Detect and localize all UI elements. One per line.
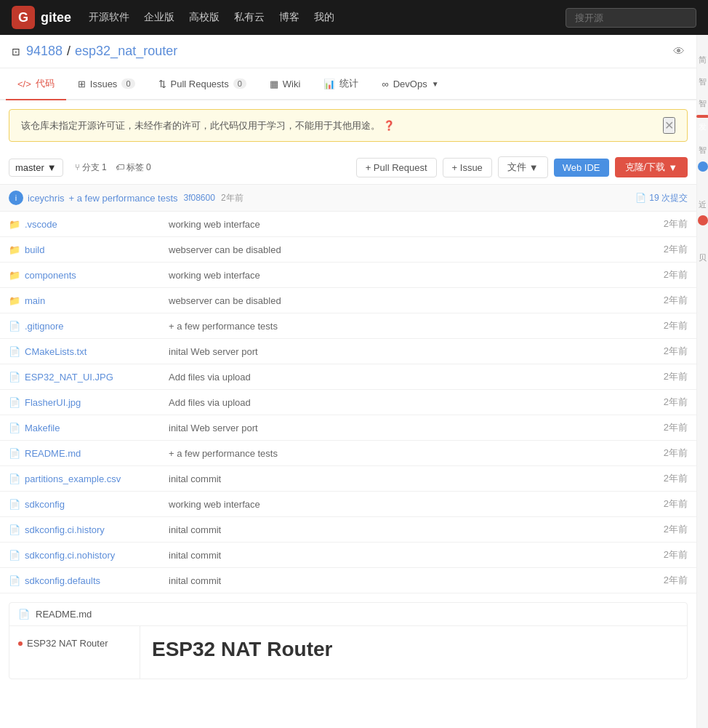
repo-name-link[interactable]: esp32_nat_router bbox=[75, 44, 177, 59]
help-icon[interactable]: ❓ bbox=[383, 120, 395, 131]
file-link[interactable]: partitions_example.csv bbox=[25, 473, 121, 484]
tab-wiki-icon: ▦ bbox=[270, 79, 278, 89]
commit-author[interactable]: iceychris bbox=[28, 193, 65, 204]
pull-request-button[interactable]: + Pull Request bbox=[356, 158, 437, 177]
nav-link-enterprise[interactable]: 企业版 bbox=[144, 11, 174, 23]
file-commit-msg: inital Web server port bbox=[160, 339, 566, 364]
file-commit-msg: inital commit bbox=[160, 568, 566, 593]
file-time: 2年前 bbox=[566, 288, 696, 313]
tab-devops-label: DevOps bbox=[393, 79, 427, 89]
search-input[interactable] bbox=[566, 8, 696, 28]
tab-pullrequests[interactable]: ⇅ Pull Requests 0 bbox=[147, 68, 258, 100]
right-sidebar: 简 智 智 发 智 近 贝 bbox=[696, 35, 708, 728]
readme-header: 📄 README.md bbox=[9, 603, 687, 626]
nav-link-blog[interactable]: 博客 bbox=[279, 11, 299, 23]
file-icon: 📄 bbox=[9, 397, 20, 408]
file-link[interactable]: sdkconfig.ci.nohistory bbox=[25, 550, 115, 561]
toc-label: ESP32 NAT Router bbox=[27, 638, 108, 649]
sidebar-label-4: 发 bbox=[696, 115, 708, 118]
branch-selector[interactable]: master ▼ bbox=[9, 159, 63, 177]
toc-dot bbox=[18, 641, 23, 646]
tab-pr-icon: ⇅ bbox=[158, 79, 166, 89]
watch-icon[interactable]: 👁 bbox=[673, 45, 685, 58]
commit-hash[interactable]: 3f08600 bbox=[184, 193, 215, 203]
tab-stats-label: 统计 bbox=[339, 77, 358, 90]
file-commit-msg: inital Web server port bbox=[160, 415, 566, 441]
file-time: 2年前 bbox=[566, 492, 696, 517]
toc-item[interactable]: ESP32 NAT Router bbox=[18, 635, 131, 652]
nav-link-university[interactable]: 高校版 bbox=[189, 11, 220, 23]
file-commit-msg: inital commit bbox=[160, 543, 566, 568]
table-row: 📄 sdkconfig.defaults inital commit 2年前 bbox=[0, 568, 696, 593]
branch-name: master bbox=[15, 162, 44, 173]
readme-content: ESP32 NAT Router bbox=[140, 626, 687, 679]
clone-download-button[interactable]: 克隆/下载 ▼ bbox=[615, 157, 688, 177]
repo-title: 94188 / esp32_nat_router bbox=[26, 44, 177, 59]
file-link[interactable]: Makefile bbox=[25, 423, 60, 433]
file-link[interactable]: FlasherUI.jpg bbox=[25, 397, 81, 408]
file-icon: 📄 bbox=[9, 550, 20, 561]
file-link[interactable]: components bbox=[25, 270, 76, 281]
file-link[interactable]: sdkconfig.defaults bbox=[25, 575, 100, 586]
file-link[interactable]: .vscode bbox=[25, 219, 57, 230]
commit-message[interactable]: + a few performance tests bbox=[69, 193, 178, 204]
web-ide-button[interactable]: Web IDE bbox=[554, 159, 609, 177]
file-link[interactable]: main bbox=[25, 295, 45, 306]
file-commit-msg: Add files via upload bbox=[160, 364, 566, 390]
file-table: 📁 .vscode working web interface 2年前 📁 bu… bbox=[0, 212, 696, 593]
tab-wiki[interactable]: ▦ Wiki bbox=[258, 68, 313, 100]
tab-issues-badge: 0 bbox=[121, 79, 134, 89]
table-row: 📁 build webserver can be disabled 2年前 bbox=[0, 237, 696, 263]
file-time: 2年前 bbox=[566, 415, 696, 441]
tag-count: 🏷 标签 0 bbox=[116, 161, 151, 174]
top-nav: G gitee 开源软件 企业版 高校版 私有云 博客 我的 bbox=[0, 0, 708, 35]
tab-stats-icon: 📊 bbox=[323, 79, 335, 89]
tab-code[interactable]: </> 代码 bbox=[6, 68, 66, 100]
file-link[interactable]: sdkconfig bbox=[25, 499, 65, 510]
folder-icon: 📁 bbox=[9, 295, 20, 306]
folder-icon: 📁 bbox=[9, 244, 20, 255]
table-row: 📄 partitions_example.csv inital commit 2… bbox=[0, 466, 696, 492]
commit-count[interactable]: 📄 19 次提交 bbox=[635, 192, 688, 204]
tab-stats[interactable]: 📊 统计 bbox=[312, 68, 370, 100]
file-link[interactable]: README.md bbox=[25, 448, 81, 459]
table-row: 📄 README.md + a few performance tests 2年… bbox=[0, 441, 696, 466]
warning-banner: 该仓库未指定开源许可证，未经作者的许可，此代码仅用于学习，不能用于其他用途。 ❓… bbox=[9, 109, 688, 142]
file-link[interactable]: .gitignore bbox=[25, 321, 63, 332]
table-row: 📄 FlasherUI.jpg Add files via upload 2年前 bbox=[0, 390, 696, 415]
tab-wiki-label: Wiki bbox=[283, 79, 301, 89]
file-button[interactable]: 文件 ▼ bbox=[498, 156, 548, 178]
readme-section: 📄 README.md ESP32 NAT Router ESP32 NAT R… bbox=[9, 602, 688, 679]
file-link[interactable]: build bbox=[25, 244, 44, 255]
chevron-down-icon: ▼ bbox=[47, 162, 57, 173]
repo-user-link[interactable]: 94188 bbox=[26, 44, 63, 59]
tab-devops-icon: ∞ bbox=[382, 79, 388, 89]
tab-issues[interactable]: ⊞ Issues 0 bbox=[66, 68, 147, 100]
file-commit-msg: inital commit bbox=[160, 466, 566, 492]
file-time: 2年前 bbox=[566, 364, 696, 390]
issue-button[interactable]: + Issue bbox=[443, 158, 492, 177]
repo-header: ⊡ 94188 / esp32_nat_router 👁 bbox=[0, 35, 696, 68]
file-time: 2年前 bbox=[566, 212, 696, 237]
nav-link-mine[interactable]: 我的 bbox=[314, 11, 334, 23]
readme-body: ESP32 NAT Router ESP32 NAT Router bbox=[9, 626, 687, 679]
toolbar-right: + Pull Request + Issue 文件 ▼ Web IDE 克隆/下… bbox=[356, 156, 688, 178]
logo[interactable]: G gitee bbox=[12, 6, 71, 29]
file-commit-msg: webserver can be disabled bbox=[160, 288, 566, 313]
tab-devops[interactable]: ∞ DevOps ▼ bbox=[370, 68, 450, 100]
logo-icon: G bbox=[12, 6, 35, 29]
nav-link-private[interactable]: 私有云 bbox=[234, 11, 265, 23]
nav-link-opensource[interactable]: 开源软件 bbox=[89, 11, 129, 23]
file-icon: 📄 bbox=[9, 448, 20, 459]
avatar: i bbox=[9, 191, 23, 205]
file-link[interactable]: sdkconfig.ci.history bbox=[25, 524, 105, 535]
branch-count: ⑂ 分支 1 bbox=[75, 161, 107, 174]
chevron-down-icon: ▼ bbox=[529, 162, 539, 173]
file-time: 2年前 bbox=[566, 313, 696, 339]
file-link[interactable]: ESP32_NAT_UI.JPG bbox=[25, 372, 113, 383]
table-row: 📁 components working web interface 2年前 bbox=[0, 263, 696, 288]
file-time: 2年前 bbox=[566, 237, 696, 263]
warning-close-button[interactable]: ✕ bbox=[663, 117, 675, 134]
file-link[interactable]: CMakeLists.txt bbox=[25, 346, 87, 357]
table-row: 📄 sdkconfig.ci.nohistory inital commit 2… bbox=[0, 543, 696, 568]
